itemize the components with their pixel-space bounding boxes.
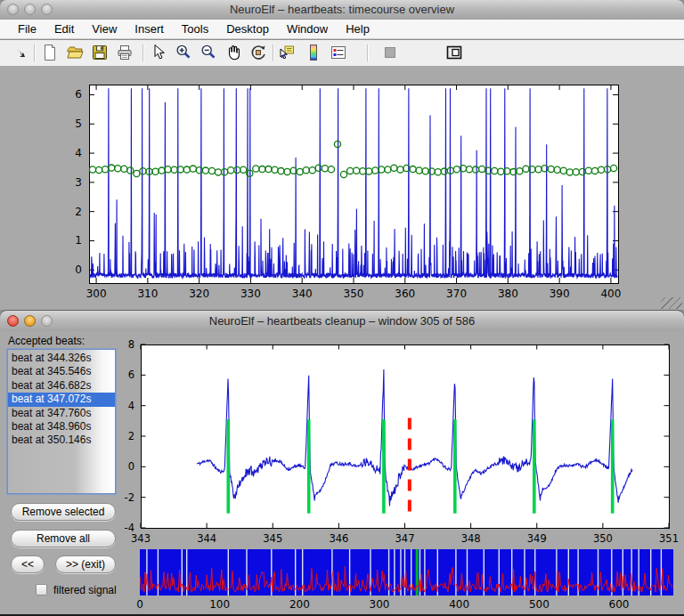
svg-text:8: 8: [128, 338, 134, 351]
menu-item-window[interactable]: Window: [278, 22, 337, 36]
menu-item-help[interactable]: Help: [337, 22, 379, 36]
toolbar-separator: [273, 45, 274, 61]
save-icon[interactable]: [91, 44, 109, 61]
pan-hand-icon[interactable]: [224, 44, 242, 61]
svg-text:400: 400: [600, 288, 621, 300]
svg-text:346: 346: [329, 532, 348, 545]
svg-text:2: 2: [128, 430, 134, 442]
svg-text:345: 345: [263, 532, 282, 545]
svg-text:0: 0: [136, 598, 143, 611]
menu-item-edit[interactable]: Edit: [45, 22, 83, 36]
svg-text:350: 350: [593, 532, 613, 545]
edit-plot-pointer-icon[interactable]: [150, 44, 167, 61]
window-resize-grip[interactable]: [661, 297, 682, 309]
svg-text:2: 2: [75, 206, 82, 218]
zoom-out-icon[interactable]: [200, 44, 217, 61]
svg-text:350: 350: [344, 288, 364, 300]
insert-colorbar-icon[interactable]: [305, 44, 322, 61]
svg-text:500: 500: [529, 598, 550, 611]
cleanup-window-title: NeuroElf – heartbeats cleanup – window 3…: [0, 314, 684, 328]
svg-text:4: 4: [75, 147, 82, 159]
svg-text:349: 349: [527, 532, 547, 545]
figure-window-titlebar[interactable]: NeuroElf – heartbeats: timecourse overvi…: [0, 0, 684, 20]
toolbar-separator: [34, 45, 36, 61]
svg-text:300: 300: [86, 288, 107, 300]
svg-text:5: 5: [75, 118, 82, 130]
menu-item-tools[interactable]: Tools: [173, 22, 217, 36]
open-file-icon[interactable]: [66, 44, 84, 61]
svg-text:0: 0: [75, 263, 82, 276]
svg-text:3: 3: [75, 176, 82, 189]
toolbar-separator: [142, 45, 144, 61]
show-plot-tools-icon[interactable]: [445, 44, 463, 61]
data-cursor-icon[interactable]: [278, 44, 296, 61]
svg-text:6: 6: [128, 369, 134, 381]
svg-text:320: 320: [189, 288, 209, 300]
svg-text:310: 310: [137, 288, 158, 300]
svg-text:380: 380: [498, 288, 518, 300]
svg-text:340: 340: [292, 288, 313, 300]
svg-text:-2: -2: [125, 491, 134, 504]
cleanup-window-titlebar[interactable]: NeuroElf – heartbeats cleanup – window 3…: [0, 310, 684, 333]
svg-text:1: 1: [75, 234, 82, 247]
svg-text:390: 390: [550, 288, 570, 300]
svg-text:300: 300: [370, 598, 390, 611]
svg-text:351: 351: [659, 532, 679, 545]
menu-bar: FileEditViewInsertToolsDesktopWindowHelp: [0, 20, 684, 39]
svg-text:600: 600: [609, 598, 630, 611]
svg-text:100: 100: [209, 598, 230, 611]
hide-plot-tools-icon[interactable]: [381, 44, 399, 61]
svg-text:344: 344: [197, 532, 216, 545]
svg-text:0: 0: [128, 460, 134, 473]
new-file-icon[interactable]: [41, 44, 59, 61]
insert-legend-icon[interactable]: [330, 44, 347, 61]
svg-text:4: 4: [128, 400, 134, 412]
svg-text:370: 370: [446, 288, 467, 300]
svg-text:347: 347: [395, 532, 415, 545]
toolbar-separator: [367, 45, 369, 61]
svg-text:400: 400: [449, 598, 469, 611]
dock-arrow-icon[interactable]: [11, 44, 28, 61]
svg-text:348: 348: [461, 532, 481, 545]
zoom-in-icon[interactable]: [175, 44, 192, 61]
print-icon[interactable]: [116, 44, 134, 61]
rotate-3d-icon[interactable]: [249, 44, 267, 61]
menu-item-desktop[interactable]: Desktop: [217, 22, 278, 36]
figure-window-title: NeuroElf – heartbeats: timecourse overvi…: [0, 3, 684, 16]
heartbeat-cleanup-plot: 34334434534634734834935035186420-2-40100…: [0, 331, 684, 616]
svg-text:343: 343: [131, 532, 151, 545]
svg-text:200: 200: [289, 598, 310, 611]
svg-text:-4: -4: [125, 522, 134, 534]
menu-item-insert[interactable]: Insert: [126, 22, 173, 36]
timecourse-overview-plot: 3003103203303403503603703803904000123456: [0, 66, 684, 310]
figure-toolbar: [0, 40, 684, 67]
svg-text:360: 360: [395, 288, 415, 300]
menu-item-view[interactable]: View: [83, 22, 126, 36]
svg-text:330: 330: [240, 288, 261, 300]
svg-text:6: 6: [75, 88, 82, 101]
menu-item-file[interactable]: File: [9, 22, 45, 36]
